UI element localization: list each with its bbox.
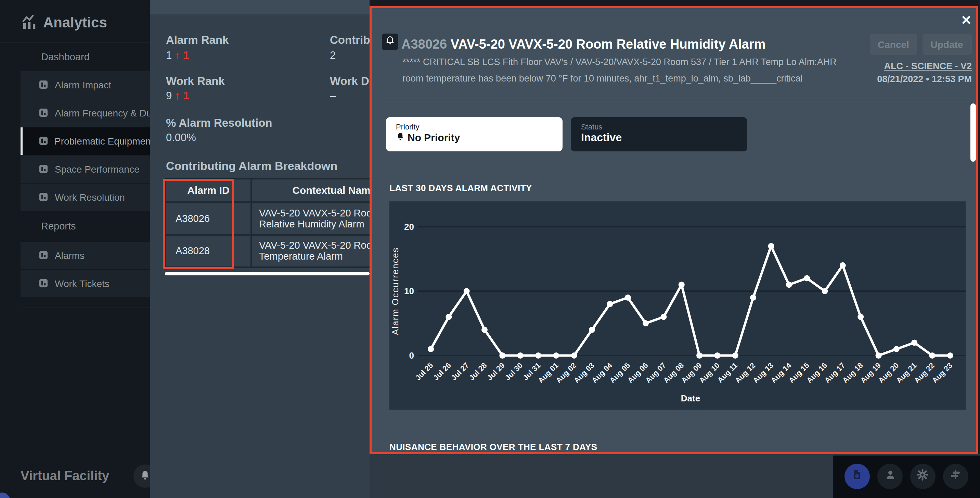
x-tick-label: Jul 30 — [503, 361, 524, 382]
sidebar-item-alarms[interactable]: Alarms — [21, 241, 150, 269]
sidebar-item-problematic-equipment[interactable]: Problematic Equipmen — [21, 127, 150, 155]
nuisance-section-title: NUISANCE BEHAVIOR OVER THE LAST 7 DAYS — [390, 442, 597, 452]
chart-point — [482, 327, 488, 333]
sidebar-item-label: Work Tickets — [55, 278, 110, 289]
chart-point — [571, 353, 577, 359]
settings-button[interactable] — [910, 463, 935, 489]
chart-point — [911, 339, 917, 346]
sidebar-item-work-resolution[interactable]: Work Resolution — [21, 183, 150, 211]
sidebar-item-alarm-impact[interactable]: Alarm Impact — [21, 71, 150, 98]
modal-alarm-name: VAV-5-20 VAVX-5-20 Room Relative Humidit… — [451, 37, 766, 51]
bar-chart-icon — [39, 193, 48, 201]
y-tick-label: 10 — [404, 286, 414, 296]
chart-point — [589, 327, 595, 333]
alarm-id-cell: A38028 — [165, 235, 251, 267]
contributing-value: 2 — [330, 49, 336, 62]
panel-topbar — [150, 0, 369, 14]
sidebar-item-label: Alarms — [55, 250, 84, 261]
work-duration-value: – — [330, 90, 336, 102]
chart-point — [696, 353, 703, 359]
chart-point — [445, 314, 452, 320]
sidebar-item-label: Problematic Equipmen — [54, 135, 150, 146]
analytics-logo-icon — [21, 14, 38, 34]
bar-chart-icon — [39, 108, 48, 117]
chart-point — [517, 353, 523, 359]
work-rank-value: 9 ↑ 1 — [166, 90, 189, 102]
modal-alarm-id: A38026 — [401, 37, 447, 51]
chart-point — [535, 353, 541, 359]
chart-point — [643, 320, 649, 326]
chart-point — [660, 314, 667, 320]
priority-select[interactable]: Priority No Priority — [386, 117, 562, 152]
chart-line — [431, 246, 950, 356]
vertical-scrollbar[interactable] — [970, 104, 976, 162]
sidebar-item-space-performance[interactable]: Space Performance — [21, 155, 150, 182]
bullet-separator: • — [926, 74, 929, 84]
alarm-resolution-value: 0.00% — [166, 131, 196, 144]
chart-section-title: LAST 30 DAYS ALARM ACTIVITY — [390, 183, 532, 193]
sidebar-divider — [0, 42, 150, 43]
sidebar-divider — [21, 308, 150, 308]
x-tick-label: Jul 27 — [449, 361, 471, 382]
user-button[interactable] — [877, 463, 903, 489]
priority-value: No Priority — [407, 131, 460, 143]
gear-icon — [916, 469, 929, 484]
update-button[interactable]: Update — [922, 34, 972, 55]
sidebar: Analytics Dashboard Alarm Impact Alarm F… — [0, 0, 150, 498]
signpost-button[interactable] — [943, 463, 968, 489]
sidebar-item-alarm-frequency[interactable]: Alarm Frequency & Du — [21, 99, 150, 126]
modal-description: ***** CRITICAL SB LCS Fith Floor VAV's /… — [402, 54, 851, 87]
chart-point — [840, 262, 846, 268]
bar-chart-icon — [39, 279, 48, 288]
bar-chart-icon — [39, 80, 48, 89]
alarm-detail-modal: ✕ A38026 VAV-5-20 VAVX-5-20 Room Relativ… — [369, 6, 978, 454]
x-axis-title: Date — [681, 393, 700, 404]
work-duration-label: Work Du — [330, 75, 376, 88]
modal-title: A38026 VAV-5-20 VAVX-5-20 Room Relative … — [401, 37, 765, 52]
chart-point — [553, 353, 559, 359]
chart-point — [929, 353, 935, 359]
chart-point — [428, 346, 434, 352]
sidebar-item-label: Alarm Frequency & Du — [55, 107, 150, 118]
alarm-rank-value: 1 ↑ 1 — [166, 49, 189, 62]
signpost-icon — [949, 469, 961, 484]
sidebar-item-label: Alarm Impact — [55, 79, 111, 90]
chart-point — [822, 288, 828, 294]
chart-point — [786, 281, 792, 288]
bell-icon — [385, 35, 395, 48]
rank-up-arrow-icon: ↑ — [175, 49, 180, 61]
sidebar-item-work-tickets[interactable]: Work Tickets — [21, 270, 150, 297]
status-label: Status — [581, 123, 747, 131]
add-document-button[interactable] — [844, 463, 869, 489]
x-tick-label: Jul 28 — [468, 361, 488, 382]
priority-label: Priority — [396, 123, 562, 131]
alarm-resolution-label: % Alarm Resolution — [166, 117, 272, 129]
status-field[interactable]: Status Inactive — [571, 117, 747, 152]
col-header-alarm-id: Alarm ID — [165, 179, 251, 202]
source-link[interactable]: ALC - SCIENCE - V2 — [884, 61, 972, 71]
x-tick-label: Jul 25 — [414, 361, 435, 382]
person-icon — [884, 469, 896, 484]
horizontal-scrollbar[interactable] — [165, 271, 369, 275]
rank-up-arrow-icon: ↑ — [175, 90, 180, 101]
chart-point — [876, 353, 882, 359]
chart-point — [625, 295, 631, 301]
bottom-toolbar — [832, 455, 980, 498]
modal-date: 08/21/2022 — [877, 74, 923, 84]
chart-point — [947, 353, 953, 359]
sidebar-section-dashboard: Dashboard — [41, 51, 90, 62]
cancel-button[interactable]: Cancel — [870, 34, 917, 55]
alarm-activity-chart: 01020Alarm OccurrencesJul 25Jul 26Jul 27… — [390, 201, 966, 410]
close-icon[interactable]: ✕ — [961, 12, 972, 28]
y-axis-title: Alarm Occurrences — [390, 247, 400, 335]
status-value: Inactive — [581, 131, 747, 144]
detail-panel: Alarm Rank 1 ↑ 1 Contribu 2 Work Rank 9 … — [150, 0, 369, 498]
y-tick-label: 20 — [404, 222, 414, 232]
x-tick-label: Jul 26 — [431, 361, 453, 382]
bell-icon — [396, 131, 404, 143]
y-tick-label: 0 — [409, 350, 414, 361]
corner-fab-button[interactable] — [0, 493, 10, 498]
sidebar-item-label: Work Resolution — [55, 192, 125, 203]
chart-point — [607, 301, 613, 307]
chart-point — [679, 281, 685, 288]
